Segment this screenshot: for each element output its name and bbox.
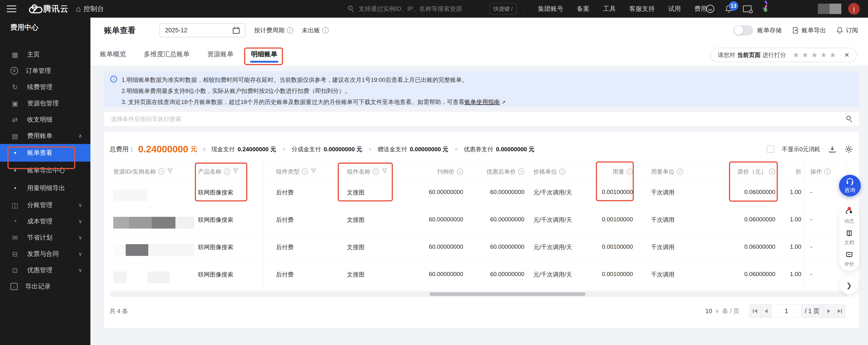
last-page-button[interactable] — [834, 305, 845, 318]
filter-funnel-icon[interactable] — [311, 168, 316, 175]
bill-export-button[interactable]: 账单导出 — [792, 26, 826, 34]
filter-funnel-icon[interactable] — [382, 168, 387, 175]
topbar-link-客服支持[interactable]: 客服支持 — [622, 4, 661, 13]
redaction-block — [127, 272, 147, 283]
sidebar-subitem-账单导出中心[interactable]: •账单导出中心 — [0, 162, 90, 179]
condition-search-bar[interactable] — [104, 112, 859, 126]
first-page-button[interactable] — [749, 305, 761, 318]
redaction-block — [113, 244, 126, 256]
support-service-icon[interactable] — [705, 4, 715, 14]
billing-month-picker[interactable]: 2025-12 — [160, 23, 246, 37]
star-icon[interactable]: ★ — [793, 51, 799, 59]
info-icon[interactable]: i — [373, 168, 379, 175]
column-label: 资源ID/实例名称 — [113, 168, 156, 176]
topbar-link-试用[interactable]: 试用 — [661, 4, 688, 13]
info-icon[interactable]: i — [627, 168, 633, 175]
sidebar-item-费用账单[interactable]: ▤费用账单∧ — [0, 128, 90, 144]
sidebar-item-发票与合同[interactable]: ⊟发票与合同∨ — [0, 246, 90, 262]
user-avatar[interactable]: j — [848, 0, 860, 18]
renew-icon: ↻ — [10, 83, 20, 91]
horizontal-scrollbar[interactable] — [110, 291, 847, 297]
sidebar-item-成本管理[interactable]: ◔成本管理∨ — [0, 213, 90, 229]
condition-search-input[interactable] — [110, 115, 846, 123]
info-icon[interactable]: i — [302, 168, 308, 175]
scrollbar-thumb[interactable] — [430, 292, 585, 296]
header-actions: 账单存储 账单导出 订阅 — [734, 25, 858, 35]
console-link[interactable]: ⌂ 控制台 — [76, 0, 104, 18]
sidebar-subitem-用量明细导出[interactable]: •用量明细导出 — [0, 179, 90, 197]
tencent-cloud-logo-icon[interactable] — [29, 0, 43, 18]
close-icon[interactable]: ✕ — [844, 51, 849, 59]
redacted-instance-name — [113, 244, 194, 256]
collapse-toolbar-button[interactable]: ❯ — [840, 276, 858, 294]
cell-billing_mode: 后付费 — [264, 263, 331, 290]
sidebar-item-续费管理[interactable]: ↻续费管理 — [0, 79, 90, 95]
sidebar-item-主页[interactable]: ▦主页 — [0, 46, 90, 63]
hide-zero-label[interactable]: 不显示0元消耗 — [782, 145, 820, 153]
bill-storage-toggle[interactable] — [734, 25, 753, 35]
payment-part-优惠券支付: 优惠券支付0.00000000 元 — [464, 145, 535, 153]
billing-guide-link[interactable]: 账单使用指南 — [465, 99, 500, 105]
sidebar-item-收支明细[interactable]: ⇄收支明细 — [0, 112, 90, 128]
cell-product: 联网图像搜索 — [194, 263, 264, 290]
filter-funnel-icon[interactable] — [167, 168, 173, 175]
star-icon[interactable]: ★ — [820, 51, 827, 59]
page-size-select[interactable]: 10 ∨ 条 / 页 — [705, 307, 739, 315]
star-icon[interactable]: ★ — [811, 51, 817, 59]
search-icon[interactable] — [846, 116, 852, 122]
info-icon[interactable]: i — [559, 168, 565, 175]
console-settings-icon[interactable] — [742, 4, 752, 14]
sidebar-item-资源包管理[interactable]: ▣资源包管理 — [0, 95, 90, 112]
global-search-input[interactable] — [358, 5, 475, 13]
tab-账单概览[interactable]: 账单概览 — [100, 43, 126, 65]
tab-资源账单[interactable]: 资源账单 — [207, 43, 234, 65]
notification-badge: 13 — [729, 1, 738, 11]
promotions-icon[interactable] — [761, 4, 771, 14]
sidebar-item-订单管理[interactable]: ¥订单管理 — [0, 63, 90, 79]
info-icon[interactable]: i — [518, 168, 524, 175]
cell-usage_unit: 千次调用 — [642, 181, 719, 208]
sidebar-item-优惠管理[interactable]: ⊡优惠管理∨ — [0, 262, 90, 278]
sidebar-item-分账管理[interactable]: ◫分账管理∨ — [0, 197, 90, 213]
current-page-input[interactable]: 1 — [772, 305, 801, 318]
cell-usage_unit: 千次调用 — [642, 236, 719, 263]
topbar-link-备案[interactable]: 备案 — [570, 4, 596, 13]
download-icon[interactable] — [828, 145, 837, 154]
info-icon[interactable]: i — [287, 27, 293, 33]
info-icon[interactable]: i — [322, 27, 329, 33]
star-icon[interactable]: ★ — [830, 51, 836, 59]
cell-product: 联网图像搜索 — [194, 236, 264, 263]
star-icon[interactable]: ★ — [802, 51, 809, 59]
hamburger-menu-icon[interactable] — [6, 0, 17, 18]
info-icon[interactable]: i — [457, 168, 463, 175]
subscribe-button[interactable]: 订阅 — [836, 26, 858, 34]
info-icon[interactable]: i — [769, 168, 775, 175]
column-settings-gear-icon[interactable] — [844, 145, 853, 154]
sidebar-subitem-账单查看[interactable]: •账单查看 — [0, 144, 90, 162]
info-icon[interactable]: i — [825, 168, 831, 175]
table-row: 联网图像搜索后付费文搜图60.0000000060.00000000元/千次调用… — [110, 263, 847, 290]
sidebar-item-节省计划[interactable]: ✉节省计划∨ — [0, 229, 90, 246]
redaction-block — [129, 217, 152, 228]
tab-多维度汇总账单[interactable]: 多维度汇总账单 — [144, 43, 190, 65]
rating-stars: ★★★★★ — [793, 51, 836, 59]
notification-bell-icon[interactable]: 13 — [724, 4, 734, 14]
tab-明细账单[interactable]: 明细账单 — [251, 43, 277, 65]
toolbar-item-动态[interactable]: 动态 — [844, 206, 854, 227]
split-icon: ◫ — [10, 201, 20, 209]
next-page-button[interactable] — [823, 305, 834, 318]
topbar-link-集团账号[interactable]: 集团账号 — [531, 4, 570, 13]
topbar-link-工具[interactable]: 工具 — [596, 4, 622, 13]
filter-funnel-icon[interactable] — [233, 168, 238, 175]
toolbar-item-评价[interactable]: 评价 — [844, 248, 854, 270]
hide-zero-checkbox[interactable] — [767, 146, 774, 153]
toolbar-item-文档[interactable]: 文档 — [844, 227, 854, 248]
sidebar-item-导出记录[interactable]: ↓导出记录 — [0, 278, 90, 294]
prev-page-button[interactable] — [761, 305, 772, 318]
column-label: 优惠后单价 — [487, 168, 516, 176]
info-icon[interactable]: i — [224, 168, 230, 175]
global-search[interactable]: 快捷键 / — [342, 0, 523, 18]
consult-button[interactable]: 咨询 — [839, 175, 861, 196]
info-icon[interactable]: i — [677, 168, 683, 175]
info-icon[interactable]: i — [158, 168, 164, 175]
